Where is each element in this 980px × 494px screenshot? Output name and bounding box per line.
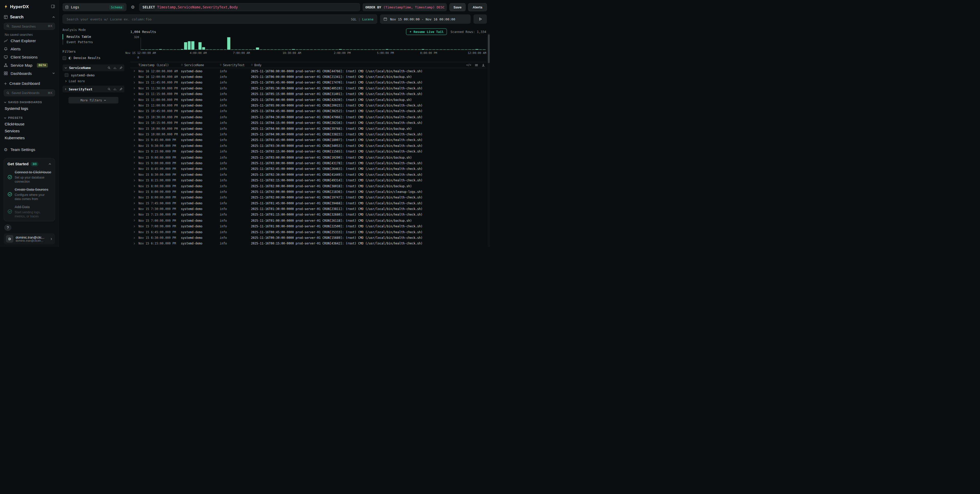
- row-expand-chevron-icon[interactable]: [130, 162, 138, 164]
- table-row[interactable]: Nov 15 9:30:00.000 PM systemd-demo info …: [130, 143, 486, 149]
- histogram-bar[interactable]: [468, 49, 471, 50]
- table-row[interactable]: Nov 15 11:15:00.000 PM systemd-demo info…: [130, 91, 486, 97]
- histogram-bar[interactable]: [476, 49, 479, 50]
- row-expand-chevron-icon[interactable]: [130, 99, 138, 101]
- row-expand-chevron-icon[interactable]: [130, 156, 138, 159]
- table-row[interactable]: Nov 15 7:00:00.000 PM systemd-demo info …: [130, 223, 486, 229]
- table-row[interactable]: Nov 15 8:30:00.000 PM systemd-demo info …: [130, 172, 486, 177]
- row-expand-chevron-icon[interactable]: [130, 214, 138, 216]
- histogram-bar[interactable]: [188, 41, 191, 50]
- table-row[interactable]: Nov 15 9:45:00.000 PM systemd-demo info …: [130, 137, 486, 143]
- row-expand-chevron-icon[interactable]: [130, 110, 138, 113]
- column-header-timestamp[interactable]: Timestamp (Local): [138, 63, 181, 67]
- row-expand-chevron-icon[interactable]: [130, 196, 138, 199]
- alerts-button[interactable]: Alerts: [468, 3, 487, 11]
- help-button[interactable]: ?: [4, 225, 11, 231]
- date-range-picker[interactable]: Nov 15 00:00:00 - Nov 16 00:00:00: [380, 14, 471, 24]
- create-dashboard-button[interactable]: Create Dashboard: [4, 80, 55, 87]
- source-selector[interactable]: Logs Schema: [62, 3, 127, 11]
- histogram-bar[interactable]: [353, 49, 356, 50]
- row-expand-chevron-icon[interactable]: [130, 70, 138, 72]
- table-row[interactable]: Nov 15 11:45:00.000 PM systemd-demo info…: [130, 80, 486, 86]
- section-header-saved-dashboards[interactable]: SAVED DASHBOARDS: [4, 99, 55, 105]
- histogram-bar[interactable]: [145, 49, 148, 50]
- histogram-bar[interactable]: [303, 49, 306, 50]
- resume-live-tail-button[interactable]: Resume Live Tail: [406, 28, 447, 35]
- code-view-icon[interactable]: </>: [466, 63, 471, 66]
- histogram-bar[interactable]: [379, 49, 382, 50]
- histogram-bar[interactable]: [436, 49, 439, 50]
- histogram-bar[interactable]: [411, 49, 414, 50]
- histogram-bar[interactable]: [418, 49, 421, 50]
- row-expand-chevron-icon[interactable]: [130, 242, 138, 245]
- table-row[interactable]: Nov 15 10:45:00.000 PM systemd-demo info…: [130, 108, 486, 114]
- histogram-bar[interactable]: [170, 49, 173, 50]
- mode-sql[interactable]: SQL: [351, 18, 356, 21]
- scrollbar-thumb[interactable]: [488, 35, 490, 63]
- table-row[interactable]: Nov 15 7:30:00.000 PM systemd-demo info …: [130, 206, 486, 212]
- get-started-step-add-data[interactable]: Add Data Start sending logs, metrics, or…: [7, 205, 51, 218]
- histogram-bar[interactable]: [328, 49, 331, 50]
- sidebar-item-clickhouse[interactable]: ClickHouse: [4, 121, 55, 128]
- column-header-severitytext[interactable]: ⠿SeverityText: [220, 63, 251, 67]
- download-icon[interactable]: [482, 63, 485, 67]
- sidebar-item-services[interactable]: Services: [4, 128, 55, 135]
- table-row[interactable]: Nov 15 6:45:00.000 PM systemd-demo info …: [130, 229, 486, 235]
- histogram-bar[interactable]: [256, 48, 259, 50]
- histogram-bar[interactable]: [159, 49, 162, 50]
- histogram-bar[interactable]: [472, 49, 475, 50]
- histogram-bar[interactable]: [270, 49, 274, 50]
- table-row[interactable]: Nov 15 11:00:00.000 PM systemd-demo info…: [130, 103, 486, 108]
- checkbox[interactable]: [65, 73, 68, 77]
- table-row[interactable]: Nov 15 11:00:00.000 PM systemd-demo info…: [130, 97, 486, 103]
- histogram-bar[interactable]: [288, 49, 291, 50]
- row-density-icon[interactable]: [475, 63, 478, 67]
- histogram-bar[interactable]: [213, 49, 216, 50]
- select-clause-editor[interactable]: SELECT Timestamp,ServiceName,SeverityTex…: [139, 3, 360, 11]
- get-started-step-create-data-sources[interactable]: Create Data Sources Configure where your…: [7, 187, 51, 201]
- histogram-bar[interactable]: [317, 49, 320, 50]
- sidebar-item-chart-explorer[interactable]: Chart Explorer: [4, 37, 55, 45]
- row-expand-chevron-icon[interactable]: [130, 116, 138, 118]
- histogram-bar[interactable]: [447, 49, 450, 50]
- run-query-button[interactable]: [473, 14, 487, 24]
- filter-group-header-severitytext[interactable]: SeverityText: [62, 86, 124, 92]
- histogram-bar[interactable]: [371, 49, 374, 50]
- histogram-bar[interactable]: [274, 49, 277, 50]
- drag-handle-icon[interactable]: ⠿: [220, 64, 221, 66]
- table-row[interactable]: Nov 15 6:15:00.000 PM systemd-demo info …: [130, 241, 486, 247]
- table-row[interactable]: Nov 15 9:00:00.000 PM systemd-demo info …: [130, 154, 486, 160]
- sidebar-item-team-settings[interactable]: ⚙ Team Settings: [4, 147, 55, 153]
- column-header-servicename[interactable]: ⠿ServiceName: [181, 63, 220, 67]
- table-row[interactable]: Nov 15 7:15:00.000 PM systemd-demo info …: [130, 212, 486, 218]
- table-row[interactable]: Nov 15 8:15:00.000 PM systemd-demo info …: [130, 177, 486, 183]
- row-expand-chevron-icon[interactable]: [130, 173, 138, 176]
- sidebar-item-alerts[interactable]: Alerts: [4, 45, 55, 53]
- row-expand-chevron-icon[interactable]: [130, 225, 138, 228]
- sidebar-item-kubernetes[interactable]: Kubernetes: [4, 135, 55, 142]
- row-expand-chevron-icon[interactable]: [130, 191, 138, 193]
- row-expand-chevron-icon[interactable]: [130, 81, 138, 84]
- histogram-bar[interactable]: [364, 49, 367, 50]
- histogram-bar[interactable]: [209, 49, 212, 50]
- histogram-bar[interactable]: [220, 49, 223, 50]
- row-expand-chevron-icon[interactable]: [130, 104, 138, 107]
- row-expand-chevron-icon[interactable]: [130, 219, 138, 222]
- row-expand-chevron-icon[interactable]: [130, 76, 138, 78]
- histogram-bar[interactable]: [292, 49, 295, 50]
- schema-link[interactable]: Schema: [109, 5, 124, 10]
- histogram-bar[interactable]: [483, 49, 486, 50]
- table-row[interactable]: Nov 15 9:15:00.000 PM systemd-demo info …: [130, 149, 486, 155]
- table-row[interactable]: Nov 15 10:00:00.000 PM systemd-demo info…: [130, 126, 486, 132]
- table-row[interactable]: Nov 15 7:45:00.000 PM systemd-demo info …: [130, 201, 486, 206]
- row-expand-chevron-icon[interactable]: [130, 202, 138, 205]
- table-row[interactable]: Nov 15 10:30:00.000 PM systemd-demo info…: [130, 114, 486, 120]
- histogram-bar[interactable]: [385, 49, 389, 50]
- histogram-bar[interactable]: [375, 49, 378, 50]
- row-expand-chevron-icon[interactable]: [130, 150, 138, 153]
- histogram-bar[interactable]: [242, 49, 245, 50]
- histogram-bar[interactable]: [141, 49, 144, 50]
- row-expand-chevron-icon[interactable]: [130, 236, 138, 239]
- drag-handle-icon[interactable]: ⠿: [251, 64, 253, 66]
- row-expand-chevron-icon[interactable]: [130, 127, 138, 130]
